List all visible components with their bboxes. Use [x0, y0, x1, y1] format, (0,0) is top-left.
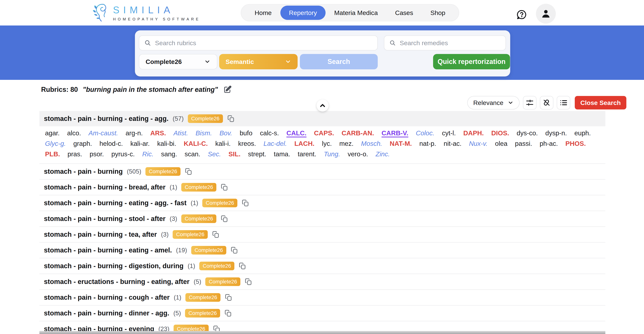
remedy-abbreviation[interactable]: pras.	[68, 150, 82, 158]
remedy-abbreviation[interactable]: passi.	[515, 140, 532, 147]
sort-select[interactable]: Relevance	[467, 96, 520, 109]
remedy-abbreviation[interactable]: Atist.	[174, 129, 188, 137]
rubric-row-head[interactable]: stomach - pain - burning (505) Complete2…	[40, 164, 605, 179]
rubric-row-head[interactable]: stomach - pain - burning - eating - agg.…	[40, 111, 605, 126]
remedy-abbreviation[interactable]: NAT-M.	[390, 140, 412, 147]
copy-rubric-button[interactable]	[230, 246, 238, 254]
filter-settings-button[interactable]	[523, 96, 536, 109]
repertory-badge[interactable]: Complete26	[191, 246, 226, 255]
copy-rubric-button[interactable]	[242, 199, 250, 207]
nav-item-cases[interactable]: Cases	[386, 6, 422, 20]
remedy-abbreviation[interactable]: kali-bi.	[157, 140, 176, 147]
search-mode-select[interactable]: Semantic	[219, 54, 298, 69]
repertory-badge[interactable]: Complete26	[205, 277, 240, 286]
remedy-abbreviation[interactable]: bufo	[240, 129, 252, 137]
collapse-search-button[interactable]	[316, 100, 328, 112]
repertory-badge[interactable]: Complete26	[181, 183, 216, 191]
repertory-badge[interactable]: Complete26	[199, 262, 234, 270]
copy-rubric-button[interactable]	[224, 294, 232, 301]
quick-repertorization-button[interactable]: Quick repertorization	[433, 54, 510, 69]
remedy-abbreviation[interactable]: PHOS.	[566, 140, 586, 147]
remedy-abbreviation[interactable]: lyc.	[322, 140, 332, 147]
remedy-abbreviation[interactable]: graph.	[73, 140, 92, 147]
close-search-button[interactable]: Close Search	[575, 96, 626, 109]
nav-item-materia-medica[interactable]: Materia Medica	[326, 6, 386, 20]
remedy-abbreviation[interactable]: ph-ac.	[540, 140, 558, 147]
edit-query-button[interactable]	[223, 85, 232, 94]
remedy-abbreviation[interactable]: helod-c.	[100, 140, 123, 147]
rubric-row-head[interactable]: stomach - eructations - burning - eating…	[40, 274, 605, 289]
repertory-badge[interactable]: Complete26	[181, 214, 216, 223]
remedy-abbreviation[interactable]: vero-o.	[348, 150, 368, 158]
remedy-abbreviation[interactable]: Am-caust.	[88, 129, 118, 137]
nav-item-repertory[interactable]: Repertory	[280, 6, 326, 20]
remedy-abbreviation[interactable]: Coloc.	[416, 129, 434, 137]
search-rubrics-input[interactable]	[155, 39, 372, 47]
remedy-abbreviation[interactable]: Bism.	[196, 129, 212, 137]
repertory-select[interactable]: Complete26	[139, 54, 217, 69]
nav-item-home[interactable]: Home	[246, 6, 280, 20]
remedy-abbreviation[interactable]: pyrus-c.	[111, 150, 134, 158]
rubric-row-head[interactable]: stomach - pain - burning - cough - after…	[40, 290, 605, 305]
copy-rubric-button[interactable]	[224, 309, 232, 317]
remedy-abbreviation[interactable]: arg-n.	[126, 129, 142, 137]
repertory-badge[interactable]: Complete26	[188, 114, 223, 123]
rubric-row-head[interactable]: stomach - pain - burning - bread, after …	[40, 179, 605, 195]
rubric-row-head[interactable]: stomach - pain - burning - digestion, du…	[40, 258, 605, 274]
remedy-abbreviation[interactable]: LACH.	[294, 140, 314, 147]
copy-rubric-button[interactable]	[238, 262, 246, 270]
remedy-abbreviation[interactable]: kreos.	[238, 140, 256, 147]
copy-rubric-button[interactable]	[244, 278, 252, 286]
remedy-abbreviation[interactable]: nit-ac.	[444, 140, 462, 147]
remedy-abbreviation[interactable]: scan.	[185, 150, 200, 158]
repertory-badge[interactable]: Complete26	[186, 293, 220, 302]
repertory-badge[interactable]: Complete26	[173, 230, 208, 239]
remedy-abbreviation[interactable]: alco.	[67, 129, 81, 137]
remedy-abbreviation[interactable]: agar.	[45, 129, 60, 137]
remedy-abbreviation[interactable]: Sec.	[208, 150, 221, 158]
repertory-badge[interactable]: Complete26	[185, 309, 220, 318]
remedy-abbreviation[interactable]: strept.	[248, 150, 266, 158]
remedy-abbreviation[interactable]: sang.	[161, 150, 177, 158]
list-view-button[interactable]	[557, 96, 570, 109]
search-button[interactable]: Search	[300, 54, 378, 69]
remedy-abbreviation[interactable]: kali-i.	[215, 140, 230, 147]
rubric-row-head[interactable]: stomach - pain - burning - eating - amel…	[40, 243, 605, 258]
remedy-abbreviation[interactable]: Zinc.	[376, 150, 390, 158]
remedy-abbreviation[interactable]: Lac-del.	[264, 140, 287, 147]
copy-rubric-button[interactable]	[185, 167, 192, 175]
repertory-badge[interactable]: Complete26	[202, 199, 237, 207]
repertory-badge[interactable]: Complete26	[146, 167, 180, 176]
remedy-abbreviation[interactable]: nat-p.	[420, 140, 436, 147]
remedy-abbreviation[interactable]: KALI-C.	[184, 140, 208, 147]
remedy-abbreviation[interactable]: tarent.	[298, 150, 316, 158]
search-remedies-input[interactable]	[400, 39, 501, 47]
remedy-abbreviation[interactable]: DAPH.	[463, 129, 484, 137]
remedy-abbreviation[interactable]: cyt-l.	[442, 129, 456, 137]
rubric-row-head[interactable]: stomach - pain - burning - stool - after…	[40, 211, 605, 226]
nav-item-shop[interactable]: Shop	[422, 6, 454, 20]
remedy-abbreviation[interactable]: calc-s.	[260, 129, 279, 137]
help-button[interactable]	[516, 9, 528, 21]
remedy-abbreviation[interactable]: Tung.	[324, 150, 340, 158]
remedy-abbreviation[interactable]: CALC.	[286, 129, 306, 137]
remedy-abbreviation[interactable]: PLB.	[45, 150, 60, 158]
remedy-abbreviation[interactable]: CAPS.	[314, 129, 334, 137]
remedy-abbreviation[interactable]: dysp-n.	[545, 129, 567, 137]
remedy-abbreviation[interactable]: Nux-v.	[469, 140, 488, 147]
unlink-button[interactable]	[540, 96, 553, 109]
remedy-abbreviation[interactable]: Bov.	[220, 129, 232, 137]
remedy-abbreviation[interactable]: Ric.	[142, 150, 154, 158]
similia-logo[interactable]: SIMILIA HOMEOPATHY SOFTWARE	[92, 3, 200, 23]
copy-rubric-button[interactable]	[227, 115, 235, 123]
remedy-abbreviation[interactable]: mez.	[339, 140, 354, 147]
remedy-abbreviation[interactable]: euph.	[574, 129, 591, 137]
remedy-abbreviation[interactable]: SIL.	[228, 150, 240, 158]
remedy-abbreviation[interactable]: CARB-V.	[382, 129, 408, 137]
user-avatar[interactable]	[536, 4, 556, 24]
remedy-abbreviation[interactable]: Glyc-g.	[45, 140, 66, 147]
rubric-row-head[interactable]: stomach - pain - burning - eating - agg.…	[40, 195, 605, 211]
remedy-abbreviation[interactable]: olea	[495, 140, 508, 147]
rubric-row-head[interactable]: stomach - pain - burning - tea, after (3…	[40, 227, 605, 242]
remedy-abbreviation[interactable]: kali-ar.	[130, 140, 150, 147]
